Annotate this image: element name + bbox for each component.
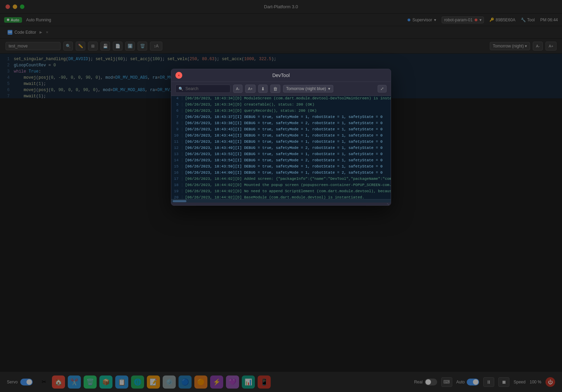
log-line: 14 [06/26/2023, 18:43:54][I] DEBUG = tru… [171,158,391,164]
log-line: 9 [06/26/2023, 18:43:43][I] DEBUG = true… [171,127,391,133]
log-line: 17 [06/26/2023, 18:44:02][D] Added scree… [171,176,391,183]
log-line: 4 [06/26/2023, 18:43:34][D] ModuleScreen… [171,96,391,102]
modal-toolbar: 🔍 Search A- A+ ⬇ 🗑 Tomorrow (night blue)… [171,82,391,96]
modal-resize-handle[interactable]: ⤡ [171,203,391,205]
log-line-text: [06/26/2023, 18:43:43][I] DEBUG = true, … [185,127,382,131]
devtool-font-decrease[interactable]: A- [233,85,242,93]
log-line-number: 8 [171,121,182,125]
log-line-number: 6 [171,109,182,113]
modal-header: × DevTool [171,69,391,82]
log-line: 15 [06/26/2023, 18:43:59][I] DEBUG = tru… [171,164,391,170]
log-line: 8 [06/26/2023, 18:43:38][I] DEBUG = true… [171,121,391,127]
log-line: 11 [06/26/2023, 18:43:48][I] DEBUG = tru… [171,139,391,145]
log-line-number: 15 [171,164,182,168]
devtool-font-increase[interactable]: A+ [245,85,256,93]
devtool-theme-selector[interactable]: Tomorrow (night blue) ▾ [283,85,333,92]
log-line-text: [06/26/2023, 18:44:02][D] No need to app… [185,189,391,193]
log-line-number: 16 [171,171,182,175]
resize-icon: ⤡ [387,202,389,206]
log-line-number: 20 [171,195,182,199]
log-line-text: [06/26/2023, 18:43:53][I] DEBUG = true, … [185,152,382,156]
log-line-text: [06/26/2023, 18:44:02][D] Added screen: … [185,177,391,181]
log-line-number: 12 [171,146,182,150]
log-line: 13 [06/26/2023, 18:43:53][I] DEBUG = tru… [171,152,391,158]
log-line-text: [06/26/2023, 18:43:48][I] DEBUG = true, … [185,140,382,144]
log-line-number: 5 [171,102,182,107]
log-line-number: 4 [171,96,182,100]
scroll-thumb[interactable] [173,200,186,202]
log-line: 18 [06/26/2023, 18:44:02][D] Mounted the… [171,183,391,189]
log-line-number: 7 [171,115,182,119]
log-line-text: [06/26/2023, 18:43:44][I] DEBUG = true, … [185,133,382,138]
log-horizontal-scrollbar[interactable] [171,199,391,203]
log-line-text: [06/26/2023, 18:43:34][D] ModuleScreen (… [185,96,391,100]
devtool-clear[interactable]: 🗑 [270,85,280,93]
modal-title: DevTool [272,73,290,78]
log-line-text: [06/26/2023, 18:44:00][I] DEBUG = true, … [185,171,382,175]
log-line-text: [06/26/2023, 18:43:37][I] DEBUG = true, … [185,115,382,119]
log-line-number: 17 [171,177,182,181]
log-container[interactable]: 4 [06/26/2023, 18:43:34][D] ModuleScreen… [171,96,391,199]
devtool-search-container[interactable]: 🔍 Search [175,85,230,93]
log-line: 16 [06/26/2023, 18:44:00][I] DEBUG = tru… [171,170,391,176]
log-line-text: [06/26/2023, 18:44:02][D] BaseModule (co… [185,195,365,199]
log-line-text: [06/26/2023, 18:43:34][D] createTable(),… [185,102,314,107]
devtool-theme-label: Tomorrow (night blue) [286,86,326,91]
log-line: 10 [06/26/2023, 18:43:44][I] DEBUG = tru… [171,133,391,139]
log-line: 20 [06/26/2023, 18:44:02][D] BaseModule … [171,195,391,199]
modal-overlay: × DevTool 🔍 Search A- A+ ⬇ 🗑 Tomorrow (n… [0,0,562,392]
log-line-text: [06/26/2023, 18:43:59][I] DEBUG = true, … [185,164,382,168]
devtool-expand-button[interactable]: ⤢ [378,85,387,92]
devtool-modal: × DevTool 🔍 Search A- A+ ⬇ 🗑 Tomorrow (n… [171,69,391,206]
log-line-number: 14 [171,158,182,162]
devtool-theme-chevron: ▾ [328,86,330,91]
log-line-number: 9 [171,127,182,131]
search-icon: 🔍 [179,87,183,91]
log-line-text: [06/26/2023, 18:43:34][D] queryRecords()… [185,109,317,113]
log-line-number: 18 [171,183,182,187]
log-line-text: [06/26/2023, 18:44:02][D] Mounted the po… [185,183,391,187]
log-line-number: 11 [171,140,182,144]
modal-close-button[interactable]: × [175,72,182,79]
log-line-text: [06/26/2023, 18:43:38][I] DEBUG = true, … [185,121,382,125]
log-line-number: 10 [171,133,182,138]
devtool-search-placeholder: Search [185,86,198,91]
log-line: 7 [06/26/2023, 18:43:37][I] DEBUG = true… [171,115,391,121]
log-line: 6 [06/26/2023, 18:43:34][D] queryRecords… [171,108,391,115]
log-line-text: [06/26/2023, 18:43:54][I] DEBUG = true, … [185,158,382,162]
log-line: 19 [06/26/2023, 18:44:02][D] No need to … [171,189,391,195]
log-line: 12 [06/26/2023, 18:43:49][I] DEBUG = tru… [171,145,391,152]
log-line-number: 19 [171,189,182,193]
log-line: 5 [06/26/2023, 18:43:34][D] createTable(… [171,102,391,108]
log-line-text: [06/26/2023, 18:43:49][I] DEBUG = true, … [185,146,382,150]
log-line-number: 13 [171,152,182,156]
devtool-scroll-down[interactable]: ⬇ [258,85,268,93]
